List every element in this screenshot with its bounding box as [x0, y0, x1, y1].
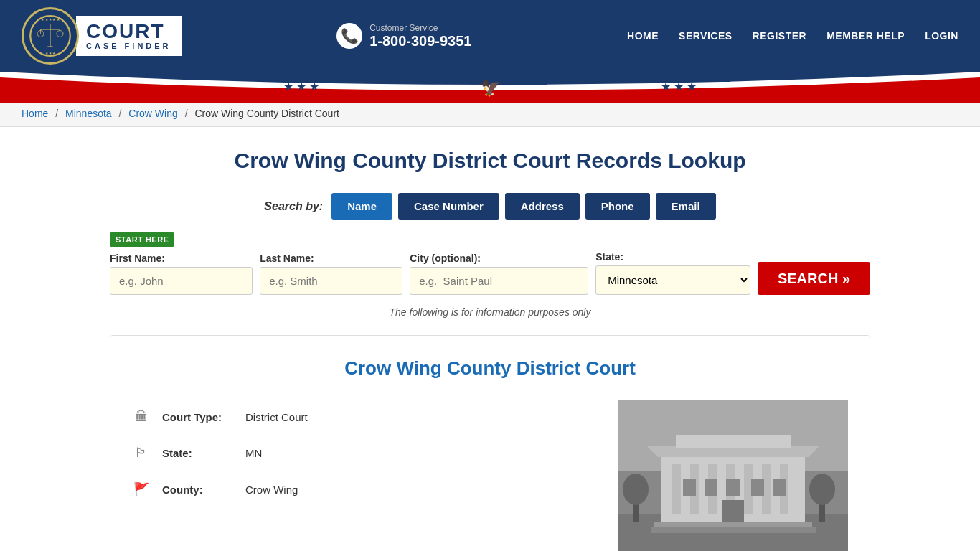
state-select[interactable]: AlabamaAlaskaArizonaArkansasCaliforniaCo…	[595, 265, 750, 295]
first-name-label: First Name:	[110, 253, 253, 264]
phone-icon: 📞	[336, 23, 362, 49]
logo-text: COURT CASE FINDER	[76, 16, 182, 56]
eagle-ribbon-svg: ★ ★ ★ 🦅 ★ ★ ★	[0, 72, 980, 103]
logo-sub-text: CASE FINDER	[86, 42, 171, 50]
logo-emblem-svg: ★ ★ ★ ★ ★ ★ ★ ★	[29, 14, 72, 57]
tab-phone[interactable]: Phone	[585, 193, 650, 220]
svg-rect-34	[726, 479, 740, 496]
nav-home[interactable]: HOME	[627, 30, 659, 42]
search-section: START HERE First Name: Last Name: City (…	[110, 232, 870, 295]
city-group: City (optional):	[410, 253, 588, 295]
flag-icon: 🏳	[132, 446, 151, 461]
svg-rect-27	[651, 527, 816, 533]
state-label: State:	[595, 251, 750, 263]
page-title: Crow Wing County District Court Records …	[110, 149, 870, 173]
last-name-label: Last Name:	[260, 253, 402, 264]
logo-court-text: COURT	[86, 22, 171, 42]
svg-rect-37	[722, 500, 744, 522]
pennant-icon: 🚩	[132, 481, 151, 497]
county-label: County:	[162, 484, 234, 496]
breadcrumb-county[interactable]: Crow Wing	[128, 108, 177, 119]
court-building-svg	[618, 400, 848, 551]
info-note: The following is for information purpose…	[110, 306, 870, 318]
court-card: Crow Wing County District Court 🏛 Court …	[110, 335, 870, 551]
nav-member-help[interactable]: MEMBER HELP	[826, 30, 905, 42]
svg-rect-33	[705, 479, 717, 496]
cs-label: Customer Service	[369, 23, 471, 33]
svg-rect-17	[672, 464, 681, 514]
nav-services[interactable]: SERVICES	[679, 30, 732, 42]
sep2: /	[119, 108, 122, 119]
last-name-group: Last Name:	[260, 253, 402, 295]
svg-rect-36	[773, 479, 786, 496]
svg-point-29	[623, 474, 649, 505]
court-info-rows: 🏛 Court Type: District Court 🏳 State: MN…	[132, 400, 597, 551]
eagle-banner: ★ ★ ★ 🦅 ★ ★ ★	[0, 72, 980, 100]
breadcrumb: Home / Minnesota / Crow Wing / Crow Wing…	[0, 100, 980, 127]
cs-info: Customer Service 1-800-309-9351	[369, 23, 471, 50]
state-group: State: AlabamaAlaskaArizonaArkansasCalif…	[595, 251, 750, 295]
tab-case-number[interactable]: Case Number	[398, 193, 499, 220]
search-button-label: SEARCH »	[778, 270, 850, 287]
main-content: Crow Wing County District Court Records …	[95, 127, 885, 551]
sep3: /	[185, 108, 188, 119]
county-row: 🚩 County: Crow Wing	[132, 471, 597, 507]
svg-point-31	[809, 474, 835, 505]
svg-text:★ ★ ★ ★ ★: ★ ★ ★ ★ ★	[41, 17, 60, 22]
first-name-input[interactable]	[110, 267, 253, 295]
first-name-group: First Name:	[110, 253, 253, 295]
city-input[interactable]	[410, 267, 588, 295]
breadcrumb-home[interactable]: Home	[22, 108, 48, 119]
last-name-input[interactable]	[260, 267, 402, 295]
state-label-row: State:	[162, 447, 234, 459]
search-by-row: Search by: Name Case Number Address Phon…	[110, 193, 870, 220]
cs-phone: 1-800-309-9351	[369, 33, 471, 50]
svg-text:★ ★ ★: ★ ★ ★	[283, 80, 320, 93]
county-value: Crow Wing	[245, 484, 298, 496]
customer-service: 📞 Customer Service 1-800-309-9351	[336, 23, 471, 50]
logo-area: ★ ★ ★ ★ ★ ★ ★ ★ COURT CASE FINDER	[22, 7, 182, 65]
site-header: ★ ★ ★ ★ ★ ★ ★ ★ COURT CASE FINDER 📞 Cust…	[0, 0, 980, 72]
state-value: MN	[245, 447, 262, 459]
svg-rect-35	[751, 479, 764, 496]
court-type-value: District Court	[245, 411, 308, 423]
svg-text:🦅: 🦅	[481, 78, 501, 98]
court-details: 🏛 Court Type: District Court 🏳 State: MN…	[132, 400, 848, 551]
court-card-title: Crow Wing County District Court	[132, 357, 848, 380]
svg-rect-26	[654, 522, 812, 527]
search-by-label: Search by:	[264, 200, 323, 213]
court-type-label: Court Type:	[162, 411, 234, 423]
tab-name[interactable]: Name	[331, 193, 392, 220]
logo-badge: ★ ★ ★ ★ ★ ★ ★ ★	[22, 7, 79, 65]
start-here-badge: START HERE	[110, 232, 174, 247]
state-row: 🏳 State: MN	[132, 435, 597, 471]
court-type-row: 🏛 Court Type: District Court	[132, 400, 597, 435]
sep1: /	[55, 108, 58, 119]
svg-rect-32	[683, 479, 696, 496]
breadcrumb-current: Crow Wing County District Court	[194, 108, 339, 119]
nav-register[interactable]: REGISTER	[753, 30, 807, 42]
svg-rect-25	[676, 435, 791, 448]
nav-login[interactable]: LOGIN	[925, 30, 958, 42]
svg-text:★ ★ ★: ★ ★ ★	[661, 80, 697, 93]
svg-text:★ ★ ★: ★ ★ ★	[45, 51, 57, 55]
breadcrumb-state[interactable]: Minnesota	[65, 108, 112, 119]
tab-address[interactable]: Address	[505, 193, 580, 220]
court-image	[618, 400, 848, 551]
search-button[interactable]: SEARCH »	[758, 262, 870, 295]
main-nav: HOME SERVICES REGISTER MEMBER HELP LOGIN	[627, 30, 958, 42]
tab-email[interactable]: Email	[656, 193, 716, 220]
city-label: City (optional):	[410, 253, 588, 264]
building-icon: 🏛	[132, 410, 151, 425]
search-form: First Name: Last Name: City (optional): …	[110, 251, 870, 295]
